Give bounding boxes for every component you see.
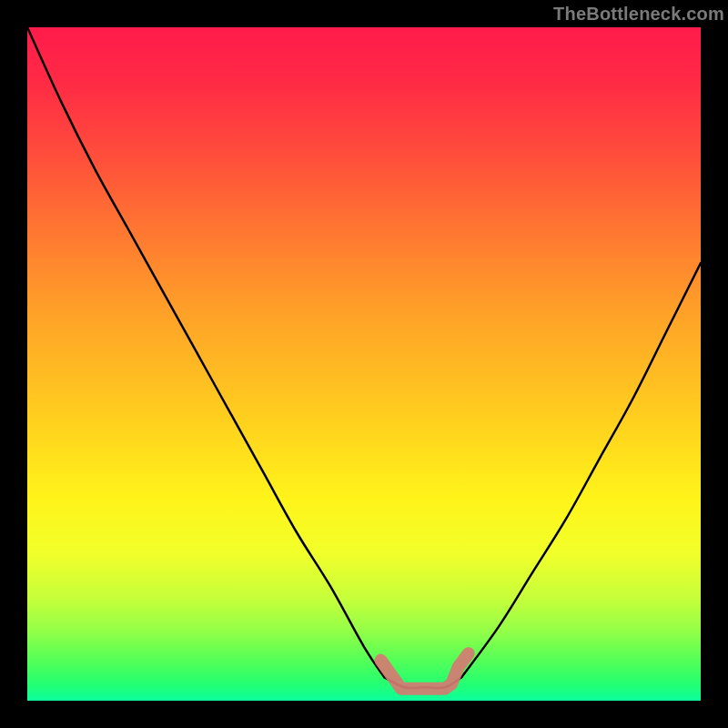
plot-area	[27, 27, 701, 701]
curve-flat	[384, 677, 461, 688]
curve-svg	[27, 27, 701, 701]
marker-overlay	[381, 653, 469, 688]
curve-right	[461, 263, 701, 677]
chart-frame: TheBottleneck.com	[0, 0, 728, 728]
watermark-text: TheBottleneck.com	[553, 4, 724, 25]
curve-left	[27, 27, 384, 677]
